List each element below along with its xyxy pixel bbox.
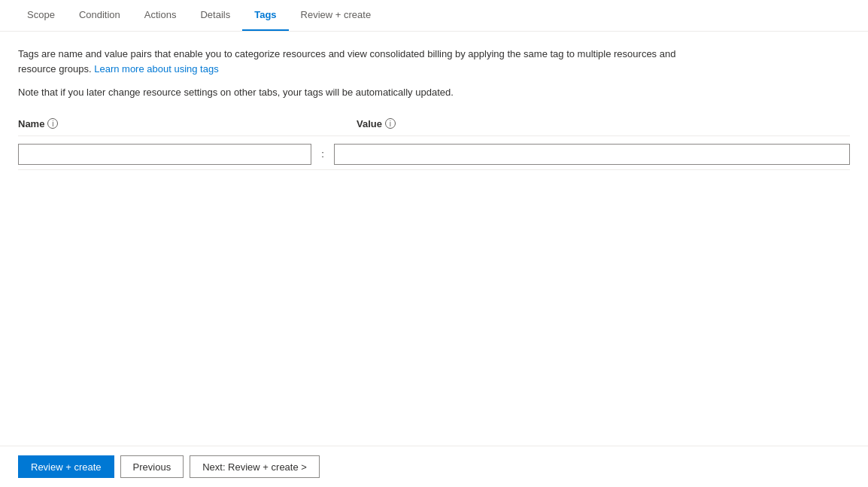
tab-scope[interactable]: Scope xyxy=(15,0,67,31)
value-info-icon[interactable]: i xyxy=(385,118,396,129)
tab-navigation: Scope Condition Actions Details Tags Rev… xyxy=(0,0,868,32)
content-area: Tags are name and value pairs that enabl… xyxy=(0,32,868,185)
tag-input-row: : xyxy=(18,139,850,170)
description-text: Tags are name and value pairs that enabl… xyxy=(18,47,695,76)
tag-name-input[interactable] xyxy=(18,144,311,165)
tag-name-field-wrapper xyxy=(18,144,311,165)
form-header-row: Name i Value i xyxy=(18,118,850,136)
name-column-header: Name i xyxy=(18,118,334,129)
tag-value-input[interactable] xyxy=(334,144,850,165)
tag-value-field-wrapper xyxy=(334,144,850,165)
tab-actions[interactable]: Actions xyxy=(132,0,189,31)
name-info-icon[interactable]: i xyxy=(47,118,58,129)
review-create-button[interactable]: Review + create xyxy=(18,455,114,478)
tab-review-create[interactable]: Review + create xyxy=(289,0,384,31)
note-text: Note that if you later change resource s… xyxy=(18,85,850,100)
footer: Review + create Previous Next: Review + … xyxy=(0,446,868,487)
next-button[interactable]: Next: Review + create > xyxy=(190,455,320,478)
learn-more-link[interactable]: Learn more about using tags xyxy=(94,63,219,75)
main-content: Scope Condition Actions Details Tags Rev… xyxy=(0,0,868,446)
tags-form: Name i Value i : xyxy=(18,118,850,170)
tab-tags[interactable]: Tags xyxy=(242,0,288,31)
value-column-header: Value i xyxy=(357,118,850,129)
tab-details[interactable]: Details xyxy=(188,0,242,31)
tab-condition[interactable]: Condition xyxy=(67,0,132,31)
colon-divider: : xyxy=(311,148,334,160)
previous-button[interactable]: Previous xyxy=(120,455,184,478)
